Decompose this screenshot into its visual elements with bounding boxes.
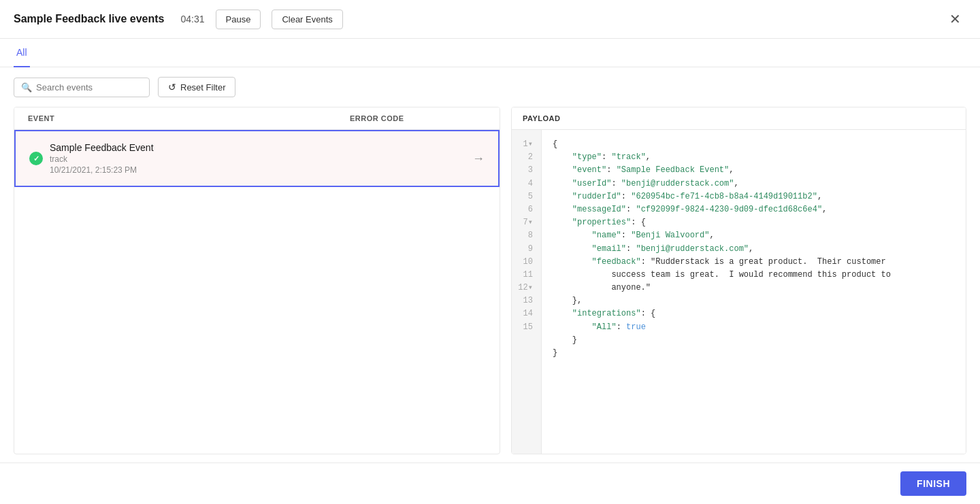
code-line: anyone." xyxy=(553,283,651,292)
code-line: "feedback": "Rudderstack is a great prod… xyxy=(553,257,886,267)
code-line: }, xyxy=(553,296,582,305)
code-content: { "type": "track", "event": "Sample Feed… xyxy=(542,130,902,454)
table-row[interactable]: Sample Feedback Event track 10/21/2021, … xyxy=(14,130,500,187)
tabs-bar: All xyxy=(0,39,980,67)
page-title: Sample Feedback live events xyxy=(14,13,164,25)
code-line: "rudderId": "620954bc-fe71-4cb8-b8a4-414… xyxy=(553,192,822,201)
tab-all[interactable]: All xyxy=(14,39,30,67)
col-error-code: ERROR CODE xyxy=(350,114,486,122)
pause-button[interactable]: Pause xyxy=(216,10,261,29)
line-number: 13 xyxy=(517,295,536,307)
code-line: "type": "track", xyxy=(553,152,651,162)
col-event: EVENT xyxy=(28,114,350,122)
line-number: 5 xyxy=(517,190,536,203)
line-number: 3 xyxy=(517,164,536,177)
reset-icon: ↺ xyxy=(168,82,176,93)
line-number: 2 xyxy=(517,151,536,164)
line-number: 12▾ xyxy=(517,282,536,295)
code-line: "userId": "benji@rudderstack.com", xyxy=(553,179,739,188)
filter-bar: 🔍 ↺ Reset Filter xyxy=(0,67,980,107)
code-line: "All": true xyxy=(553,322,646,332)
code-line: } xyxy=(553,348,557,358)
line-numbers: 1▾ 2 3 4 5 6 7▾ 8 9 10 11 12▾ 13 14 15 xyxy=(512,130,542,454)
search-wrapper: 🔍 xyxy=(14,78,150,97)
line-number: 1▾ xyxy=(517,138,536,151)
code-line: "event": "Sample Feedback Event", xyxy=(553,165,734,175)
line-number: 8 xyxy=(517,229,536,242)
code-line: success team is great. I would recommend… xyxy=(553,270,891,280)
line-number: 10 xyxy=(517,256,536,269)
line-number: 14 xyxy=(517,307,536,320)
reset-filter-label: Reset Filter xyxy=(180,82,225,93)
search-input[interactable] xyxy=(36,82,142,93)
code-line: "properties": { xyxy=(553,218,646,227)
event-list-header: EVENT ERROR CODE xyxy=(14,107,500,130)
arrow-icon: → xyxy=(472,152,485,166)
code-line: "integrations": { xyxy=(553,309,655,318)
payload-panel: PAYLOAD 1▾ 2 3 4 5 6 7▾ 8 9 10 11 12▾ 13… xyxy=(511,107,966,454)
line-number: 11 xyxy=(517,269,536,282)
header: Sample Feedback live events 04:31 Pause … xyxy=(0,0,980,39)
code-line: "email": "benji@rudderstack.com", xyxy=(553,244,753,254)
finish-button[interactable]: FINISH xyxy=(900,471,966,496)
event-list-container: EVENT ERROR CODE Sample Feedback Event t… xyxy=(14,107,500,454)
main-content: EVENT ERROR CODE Sample Feedback Event t… xyxy=(0,107,980,468)
event-type: track xyxy=(50,154,154,164)
code-line: "messageId": "cf92099f-9824-4230-9d09-df… xyxy=(553,205,827,214)
line-number: 6 xyxy=(517,203,536,216)
close-button[interactable]: ✕ xyxy=(944,8,966,30)
event-timestamp: 10/21/2021, 2:15:23 PM xyxy=(50,165,154,175)
code-line: } xyxy=(553,335,577,345)
event-name: Sample Feedback Event xyxy=(50,142,154,153)
event-info: Sample Feedback Event track 10/21/2021, … xyxy=(50,142,154,175)
code-line: { xyxy=(553,139,557,149)
line-number: 15 xyxy=(517,321,536,334)
search-icon: 🔍 xyxy=(21,82,32,93)
reset-filter-button[interactable]: ↺ Reset Filter xyxy=(158,77,235,97)
event-row-inner: Sample Feedback Event track 10/21/2021, … xyxy=(29,142,459,175)
payload-header: PAYLOAD xyxy=(512,107,966,130)
line-number: 4 xyxy=(517,178,536,190)
clear-events-button[interactable]: Clear Events xyxy=(272,10,342,29)
line-number: 9 xyxy=(517,243,536,256)
status-icon xyxy=(29,152,43,165)
timer: 04:31 xyxy=(180,14,204,24)
payload-body: 1▾ 2 3 4 5 6 7▾ 8 9 10 11 12▾ 13 14 15 {… xyxy=(512,130,966,454)
code-line: "name": "Benji Walvoord", xyxy=(553,231,715,240)
line-number: 7▾ xyxy=(517,216,536,229)
footer: FINISH xyxy=(0,463,980,504)
